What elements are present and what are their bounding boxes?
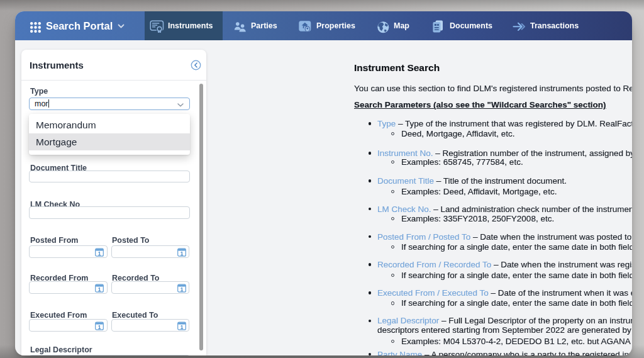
svg-text:1: 1 [180, 323, 183, 330]
svg-text:1: 1 [180, 286, 183, 292]
svg-text:1: 1 [98, 250, 101, 256]
svg-text:1: 1 [180, 250, 183, 256]
svg-text:1: 1 [98, 323, 101, 330]
svg-text:1: 1 [98, 286, 101, 292]
